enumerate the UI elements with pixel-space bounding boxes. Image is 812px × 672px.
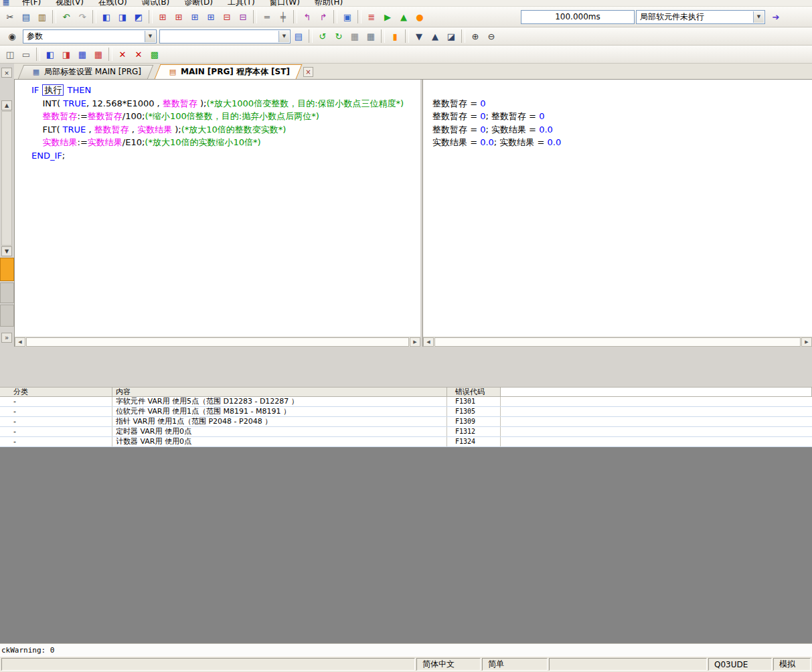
output-table-row[interactable]: -指针 VAR用 使用1点（范围 P2048 - P2048 ）F1309 (0, 417, 812, 427)
ladder-coil-icon[interactable]: ⊞ (187, 10, 202, 23)
menu-item-3[interactable]: 调试(B) (135, 0, 177, 7)
code-segment: IF (31, 85, 42, 95)
output-table-row[interactable]: -字软元件 VAR用 使用5点（范围 D12283 - D12287 ）F130… (0, 397, 812, 407)
output-table-row[interactable]: -计数器 VAR用 使用0点F1324 (0, 437, 812, 447)
simulation-list-icon[interactable]: ≣ (364, 10, 379, 23)
watch-register-icon[interactable]: ▦ (75, 48, 90, 61)
dock-scroll-up-button[interactable]: ▲ (1, 100, 12, 110)
scroll-right-button[interactable]: ▶ (410, 337, 420, 347)
highlight-marker-icon[interactable]: ▮ (388, 29, 402, 43)
dock-scroll-down-button[interactable]: ▼ (1, 246, 12, 256)
dock-overflow-button[interactable]: » (1, 333, 12, 343)
find-icon[interactable]: ◉ (5, 29, 19, 43)
menu-item-6[interactable]: 窗口(W) (262, 0, 307, 7)
device-delete-icon[interactable]: ◨ (59, 48, 74, 61)
simulation-mode-icon[interactable]: ▲ (396, 10, 411, 23)
dock-close-button[interactable]: × (1, 68, 12, 78)
ladder-horizontal-line-icon[interactable]: ⊟ (236, 10, 250, 23)
watch-start-icon[interactable]: ▼ (412, 29, 426, 43)
device-monitor-icon[interactable]: ◩ (131, 10, 146, 23)
line-delete-icon[interactable]: ╪ (276, 10, 291, 23)
toolbar-grip (253, 10, 257, 23)
header-filler (501, 387, 812, 396)
scroll-thumb[interactable] (434, 337, 801, 347)
window-split-icon[interactable]: ◫ (3, 48, 17, 61)
menu-item-5[interactable]: 工具(T) (220, 0, 262, 7)
code-segment (31, 111, 43, 121)
ladder-vertical-line-icon[interactable]: ⊟ (220, 10, 234, 23)
copy-icon[interactable]: ▤ (19, 10, 33, 23)
menu-item-1[interactable]: 视图(V) (48, 0, 91, 7)
line-insert-icon[interactable]: ═ (260, 10, 274, 23)
code-segment: 整数暂存 (94, 124, 129, 135)
ladder-open-contact-icon[interactable]: ⊞ (155, 10, 170, 23)
paste-icon[interactable]: ▥ (35, 10, 50, 23)
dock-selected-item[interactable] (0, 258, 14, 281)
forced-off-icon[interactable]: ✕ (131, 48, 146, 61)
convert-all-icon[interactable]: ↻ (331, 29, 346, 43)
buffer-clear-icon[interactable]: ▩ (147, 48, 162, 61)
tab-local-label-settings[interactable]: ▦ 局部标签设置 MAIN [PRG] (21, 65, 151, 79)
secondary-combo[interactable]: ▼ (159, 29, 291, 44)
toolbar-find: ◉ 参数 ▼ ▼ ▤↺↻▦▦▮▼▲◪⊕⊖ (0, 27, 812, 46)
status-empty (1, 658, 415, 671)
output-table-row[interactable]: -定时器 VAR用 使用0点F1312 (0, 427, 812, 437)
menu-item-4[interactable]: 诊断(D) (177, 0, 220, 7)
forced-on-icon[interactable]: ✕ (115, 48, 130, 61)
device-comment-icon[interactable]: ◨ (115, 10, 130, 23)
build-icon[interactable]: ▦ (363, 29, 378, 43)
document-zoom-icon[interactable]: ▤ (291, 29, 306, 43)
scroll-left-button[interactable]: ◀ (15, 337, 25, 347)
close-tab-button[interactable]: × (303, 67, 313, 77)
scan-time-field[interactable] (521, 10, 635, 24)
code-segment: 实数结果 (88, 137, 123, 147)
scroll-thumb[interactable] (26, 337, 409, 347)
device-execution-combo[interactable]: 局部软元件未执行 ▼ (636, 10, 765, 24)
st-code-editor[interactable]: IF 执行 THEN INT( TRUE, 12.568*E1000 , 整数暂… (15, 80, 420, 337)
code-segment: := (78, 111, 88, 121)
window-new-icon[interactable]: ▭ (19, 48, 33, 61)
transfer-setup-icon[interactable]: ➔ (768, 10, 783, 23)
dock-item[interactable] (0, 282, 14, 303)
window-select-combo[interactable]: 参数 ▼ (23, 29, 157, 44)
zoom-out-icon[interactable]: ⊖ (484, 29, 499, 43)
simulation-info-icon[interactable]: ● (412, 10, 427, 23)
toolbar-find-icons: ◉ (4, 29, 20, 43)
status-mode: 简单 (482, 658, 548, 671)
row-filler (501, 427, 812, 436)
toolbar-main: ✂▤▥↶↷◧◨◩⊞⊞⊞⊞⊟⊟═╪↰↱▣≣▶▲● 局部软元件未执行 ▼ ➔ (0, 7, 812, 27)
program-check-icon[interactable]: ▦ (347, 29, 362, 43)
menu-item-0[interactable]: 件(F) (15, 0, 48, 7)
toolbar-grip (293, 10, 297, 23)
scroll-left-button[interactable]: ◀ (423, 337, 434, 347)
device-register-icon[interactable]: ◧ (43, 48, 58, 61)
menu-item-7[interactable]: 帮助(H) (307, 0, 350, 7)
monitor-screen-icon[interactable]: ▣ (340, 10, 355, 23)
redo-icon[interactable]: ↷ (75, 10, 90, 23)
device-display-icon[interactable]: ◧ (99, 10, 114, 23)
scroll-right-button[interactable]: ▶ (801, 337, 812, 347)
monitor-value-view[interactable]: 整数暂存 = 0整数暂存 = 0; 整数暂存 = 0整数暂存 = 0; 实数结果… (423, 80, 812, 337)
watch-stop-icon[interactable]: ▲ (428, 29, 442, 43)
row-category: - (0, 437, 112, 446)
output-table-row[interactable]: -位软元件 VAR用 使用1点（范围 M8191 - M8191 ）F1305 (0, 407, 812, 417)
watch-delete-icon[interactable]: ▦ (91, 48, 106, 61)
menu-item-2[interactable]: 在线(O) (91, 0, 135, 7)
cut-icon[interactable]: ✂ (3, 10, 17, 23)
jump-destination-icon[interactable]: ↱ (316, 10, 331, 23)
ladder-close-contact-icon[interactable]: ⊞ (171, 10, 186, 23)
dock-item[interactable] (0, 305, 14, 327)
chevron-down-icon[interactable]: ▼ (753, 11, 764, 23)
zoom-in-icon[interactable]: ⊕ (468, 29, 483, 43)
convert-icon[interactable]: ↺ (315, 29, 330, 43)
ladder-application-icon[interactable]: ⊞ (204, 10, 218, 23)
chevron-down-icon[interactable]: ▼ (145, 31, 155, 42)
device-test-icon[interactable]: ◪ (444, 29, 459, 43)
tab-main-program-st[interactable]: ▤ MAIN [PRG] 程序本体 [ST] (157, 64, 299, 79)
jump-source-icon[interactable]: ↰ (300, 10, 315, 23)
dock-scroll-track[interactable] (1, 111, 12, 246)
simulation-start-icon[interactable]: ▶ (380, 10, 395, 23)
chevron-down-icon[interactable]: ▼ (278, 31, 289, 42)
undo-icon[interactable]: ↶ (59, 10, 74, 23)
code-segment: 整数暂存 = (432, 124, 480, 135)
